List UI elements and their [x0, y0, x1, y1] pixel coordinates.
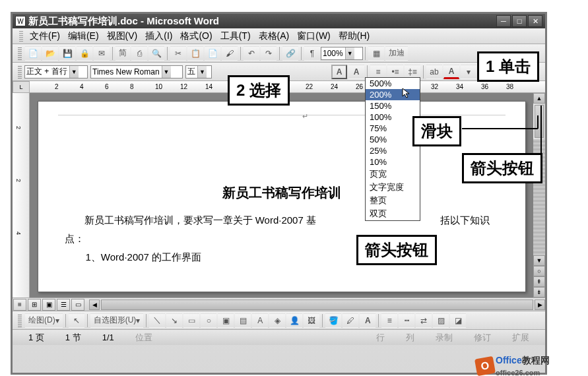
- size-combo[interactable]: 五 ▼: [185, 65, 212, 78]
- highlight-button[interactable]: A: [348, 65, 364, 79]
- ruler-corner[interactable]: L: [13, 81, 30, 93]
- rectangle-button[interactable]: ▭: [183, 313, 199, 328]
- oval-button[interactable]: ○: [201, 313, 216, 328]
- grip[interactable]: [18, 314, 22, 327]
- menu-insert[interactable]: 插入(I): [141, 30, 176, 42]
- toolbar-options-button[interactable]: ▾: [461, 65, 476, 79]
- print-layout-button[interactable]: ▣: [42, 299, 55, 311]
- arrow-button[interactable]: ↘: [166, 313, 182, 328]
- line-color-button[interactable]: 🖊: [343, 313, 358, 328]
- undo-button[interactable]: ↶: [244, 46, 259, 61]
- menu-file[interactable]: 文件(F): [26, 30, 64, 42]
- grip[interactable]: [18, 65, 22, 78]
- menu-help[interactable]: 帮助(H): [335, 30, 374, 42]
- doc-title[interactable]: 新员工书稿写作培训: [38, 184, 525, 202]
- maximize-button[interactable]: □: [512, 15, 527, 27]
- hyperlink-button[interactable]: 🔗: [282, 46, 298, 61]
- grip[interactable]: [18, 47, 22, 60]
- grip[interactable]: [19, 31, 23, 42]
- menu-tools[interactable]: 工具(T): [216, 30, 255, 42]
- mail-button[interactable]: ✉: [94, 46, 110, 61]
- font-color-button[interactable]: A: [443, 65, 459, 79]
- select-browse-object-button[interactable]: ○: [533, 266, 545, 276]
- pilcrow-button[interactable]: ¶: [304, 46, 320, 61]
- wordart-button[interactable]: A: [252, 313, 268, 328]
- status-extend[interactable]: 扩展: [502, 332, 540, 344]
- line-button[interactable]: ＼: [149, 313, 165, 328]
- vertical-textbox-button[interactable]: ▤: [235, 313, 251, 328]
- arrow-style-button[interactable]: ⇄: [416, 313, 432, 328]
- clipart-button[interactable]: 👤: [286, 313, 302, 328]
- menu-window[interactable]: 窗口(W): [293, 30, 335, 42]
- redo-button[interactable]: ↷: [261, 46, 277, 61]
- close-button[interactable]: ✕: [528, 15, 542, 27]
- doc-paragraph[interactable]: 新员工书稿写作培训，要求写一章关于 Word·2007 基 括以下知识: [65, 212, 499, 228]
- status-revision[interactable]: 修订: [463, 332, 502, 344]
- scroll-thumb[interactable]: [535, 105, 544, 138]
- 3d-button[interactable]: ◪: [450, 313, 466, 328]
- research-button[interactable]: 🔍: [148, 46, 164, 61]
- autoshapes-button[interactable]: 自选图形(U) ▾: [90, 313, 144, 328]
- textbox-button[interactable]: ▣: [218, 313, 234, 328]
- menu-table[interactable]: 表格(A): [255, 30, 294, 42]
- copy-button[interactable]: 📋: [187, 46, 203, 61]
- status-record[interactable]: 录制: [425, 332, 463, 344]
- scroll-down-button[interactable]: ▼: [533, 255, 545, 266]
- read-button[interactable]: 加迪: [385, 46, 408, 61]
- fill-color-button[interactable]: 🪣: [325, 313, 341, 328]
- zoom-option-textwidth[interactable]: 文字宽度: [366, 181, 420, 194]
- text-border-button[interactable]: A: [331, 65, 347, 79]
- outline-view-button[interactable]: ☰: [57, 299, 70, 311]
- dash-style-button[interactable]: ┅: [399, 313, 414, 328]
- cut-button[interactable]: ✂: [170, 46, 186, 61]
- save-button[interactable]: 💾: [59, 46, 75, 61]
- zoom-option-wholepage[interactable]: 整页: [366, 194, 420, 207]
- print-preview-button[interactable]: ⎙: [131, 46, 147, 61]
- scroll-right-button[interactable]: ▶: [535, 299, 545, 310]
- highlight-color-button[interactable]: ab: [426, 65, 442, 79]
- chevron-down-icon[interactable]: ▼: [69, 66, 79, 78]
- vertical-scrollbar[interactable]: ▲ ▼ ○ ⇞ ⇟: [533, 93, 545, 298]
- scroll-left-button[interactable]: ◀: [89, 299, 100, 310]
- web-view-button[interactable]: ⊞: [28, 299, 41, 311]
- permission-button[interactable]: 🔒: [77, 46, 92, 61]
- zoom-option-pagewidth[interactable]: 页宽: [366, 168, 420, 181]
- horizontal-scrollbar[interactable]: ◀ ▶: [89, 299, 545, 310]
- zoom-option-100[interactable]: 100%: [366, 111, 420, 123]
- paste-button[interactable]: 📄: [205, 46, 220, 61]
- columns-button[interactable]: ▦: [368, 46, 384, 61]
- new-doc-button[interactable]: 📄: [25, 46, 41, 61]
- zoom-option-25[interactable]: 25%: [366, 145, 420, 156]
- chevron-down-icon[interactable]: ▼: [197, 66, 207, 78]
- font-color-button[interactable]: A: [360, 313, 376, 328]
- menu-edit[interactable]: 编辑(E): [64, 30, 103, 42]
- language-button[interactable]: 简: [115, 46, 130, 61]
- shadow-button[interactable]: ▨: [433, 313, 449, 328]
- zoom-option-10[interactable]: 10%: [366, 156, 420, 168]
- zoom-option-50[interactable]: 50%: [366, 134, 420, 145]
- scroll-thumb-h[interactable]: [101, 299, 533, 310]
- open-button[interactable]: 📂: [42, 46, 58, 61]
- prev-page-button[interactable]: ⇞: [533, 276, 545, 287]
- reading-view-button[interactable]: ▭: [71, 299, 84, 311]
- normal-view-button[interactable]: ≡: [13, 299, 26, 311]
- zoom-option-twopage[interactable]: 双页: [366, 207, 420, 220]
- draw-menu-button[interactable]: 绘图(D) ▾: [25, 313, 63, 328]
- menu-format[interactable]: 格式(O): [176, 30, 216, 42]
- font-combo[interactable]: Times New Roman ▼: [90, 65, 183, 78]
- scroll-up-button[interactable]: ▲: [533, 93, 545, 104]
- next-page-button[interactable]: ⇟: [533, 287, 545, 298]
- format-painter-button[interactable]: 🖌: [222, 46, 238, 61]
- vertical-ruler[interactable]: 2 2 4: [13, 93, 30, 298]
- zoom-option-75[interactable]: 75%: [366, 123, 420, 134]
- minimize-button[interactable]: ─: [496, 15, 511, 27]
- zoom-combo[interactable]: 100% ▼: [321, 47, 363, 60]
- select-objects-button[interactable]: ↖: [69, 313, 84, 328]
- picture-button[interactable]: 🖼: [304, 313, 319, 328]
- menu-view[interactable]: 视图(V): [103, 30, 142, 42]
- chevron-down-icon[interactable]: ▼: [162, 66, 171, 78]
- diagram-button[interactable]: ◈: [269, 313, 285, 328]
- line-style-button[interactable]: ≡: [381, 313, 397, 328]
- zoom-dropdown-arrow[interactable]: ▼: [345, 47, 354, 59]
- style-combo[interactable]: 正文 + 首行 ▼: [24, 65, 88, 78]
